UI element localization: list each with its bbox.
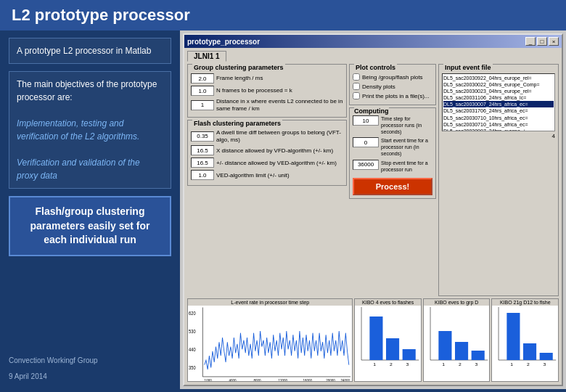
flash-param-input-0[interactable] xyxy=(191,131,214,142)
checkbox-label-2: Print the plots in a file(s)... xyxy=(362,93,429,99)
svg-rect-32 xyxy=(523,343,536,360)
checkbox-row-2: Print the plots in a file(s)... xyxy=(353,92,432,99)
svg-rect-25 xyxy=(472,351,485,360)
param-label-0: Frame length / ms xyxy=(216,75,343,82)
window-title: prototype_processor xyxy=(187,38,260,46)
input-file-label: Input event file xyxy=(443,64,493,71)
svg-text:440: 440 xyxy=(189,348,196,352)
svg-text:620: 620 xyxy=(189,311,196,315)
param-input-2[interactable] xyxy=(191,100,214,110)
param-input-1[interactable] xyxy=(191,86,214,96)
file-item-1[interactable]: DL5_sac20030022_04hrs_europe_Comp= xyxy=(443,81,554,88)
svg-text:1: 1 xyxy=(511,362,514,367)
computing-label: Computing xyxy=(354,107,389,115)
objectives-block: The main objectives of the prototype pro… xyxy=(9,71,171,189)
file-item-4[interactable]: DL5_sac20030007_24hrs_africa_ec= xyxy=(443,101,554,107)
close-button[interactable]: × xyxy=(549,37,559,46)
flash-param-row-1: X distance allowed by VFD-algorithm (+/-… xyxy=(191,145,343,155)
file-item-8[interactable]: DL5_sac20030007_24hrs_europe_+ xyxy=(443,128,554,131)
svg-text:24000: 24000 xyxy=(341,379,350,382)
param-row-0: Frame length / ms xyxy=(191,73,343,83)
svg-rect-31 xyxy=(507,313,520,360)
compute-input-0[interactable] xyxy=(353,115,379,126)
checkbox-row-0: Being /group/flash plots xyxy=(353,73,432,81)
file-item-5[interactable]: DL5_sac20031706_24hrs_africa_ec= xyxy=(443,107,554,114)
objective-item2: Verification and validation of the proxy… xyxy=(17,156,163,182)
objectives-label: The main objectives of the prototype pro… xyxy=(17,78,163,104)
file-list[interactable]: DL5_sac20030922_04hrs_europe_rel= DL5_sa… xyxy=(442,73,555,131)
file-item-0[interactable]: DL5_sac20030922_04hrs_europe_rel= xyxy=(443,75,554,81)
checkbox-2[interactable] xyxy=(353,92,360,99)
bar1-svg: 1 2 3 xyxy=(355,306,421,371)
content-area: A prototype L2 processor in Matlab The m… xyxy=(0,30,566,389)
svg-rect-33 xyxy=(540,353,553,360)
app-window: prototype_processor _ □ × JLNI1 1 xyxy=(183,33,563,386)
file-item-6[interactable]: DL5_sac20030710_10hrs_africa_ec= xyxy=(443,115,554,121)
flash-clustering-label: Flash clustering parameters xyxy=(192,120,282,127)
compute-desc-1: Start event time for a processor run (in… xyxy=(381,137,432,157)
svg-text:4000: 4000 xyxy=(229,379,237,382)
file-item-7[interactable]: DL5_sac20030710_14hrs_africa_ec= xyxy=(443,121,554,128)
flash-param-label-0: A dwell time diff between groups to belo… xyxy=(216,129,343,143)
file-item-3[interactable]: DL5_sac20031106_24hrs_africa_lc= xyxy=(443,94,554,101)
flash-param-label-1: X distance allowed by VFD-algorithm (+/-… xyxy=(216,147,343,155)
tab-row: JLNI1 1 xyxy=(187,51,559,62)
col-left: Group clustering parameters Frame length… xyxy=(187,64,347,296)
compute-desc-0: Time step for processor runs (in seconds… xyxy=(381,115,432,135)
page-title: L2 prototype processor xyxy=(12,6,190,25)
checkbox-1[interactable] xyxy=(353,83,360,90)
param-row-1: N frames to be processed = k xyxy=(191,86,343,96)
charts-row: L-event rate in processor time step 620 … xyxy=(187,298,559,382)
process-button[interactable]: Process! xyxy=(353,178,432,195)
flash-param-input-3[interactable] xyxy=(191,170,214,180)
compute-input-2[interactable] xyxy=(353,160,379,170)
flash-param-input-1[interactable] xyxy=(191,145,214,155)
compute-row-2: Stop event time for a processor run xyxy=(353,160,432,173)
intro-block: A prototype L2 processor in Matlab xyxy=(9,38,171,64)
footer-line1: Convection Workingf Group xyxy=(9,356,171,366)
bar2-title: KIBO eves to grp D xyxy=(424,299,490,306)
input-file-box: Input event file DL5_sac20030922_04hrs_e… xyxy=(438,64,559,296)
checkbox-row-1: Density plots xyxy=(353,83,432,90)
svg-text:350: 350 xyxy=(189,366,196,370)
bar1-title: KIBO 4 eves to flashes xyxy=(355,299,421,306)
svg-text:1: 1 xyxy=(442,362,445,367)
compute-row-0: Time step for processor runs (in seconds… xyxy=(353,115,432,135)
svg-text:20000: 20000 xyxy=(326,379,335,382)
param-input-0[interactable] xyxy=(191,73,214,83)
plot-controls-label: Plot controls xyxy=(354,64,397,71)
svg-text:3: 3 xyxy=(406,362,409,367)
svg-rect-23 xyxy=(438,331,451,360)
bar2-svg: 1 2 3 xyxy=(424,306,490,371)
svg-text:16000: 16000 xyxy=(303,379,312,382)
objective-item1: Implementation, testing and verification… xyxy=(17,117,163,143)
minimize-button[interactable]: _ xyxy=(525,37,536,46)
param-label-1: N frames to be processed = k xyxy=(216,87,343,94)
svg-text:12000: 12000 xyxy=(278,379,287,382)
flash-text: Flash/group clustering parameters easily… xyxy=(19,205,161,248)
svg-rect-17 xyxy=(403,349,416,360)
file-item-2[interactable]: DL5_sac20030023_04hrs_europe_rel= xyxy=(443,88,554,94)
tab-main[interactable]: JLNI1 1 xyxy=(187,51,226,62)
group-clustering-box: Group clustering parameters Frame length… xyxy=(187,64,347,118)
footer-line2: 9 April 2014 xyxy=(9,372,171,382)
svg-text:530: 530 xyxy=(189,329,196,333)
flash-param-input-2[interactable] xyxy=(191,158,214,168)
maximize-button[interactable]: □ xyxy=(537,37,547,46)
svg-text:3: 3 xyxy=(475,362,477,367)
svg-rect-16 xyxy=(386,338,399,360)
timeseries-title: L-event rate in processor time step xyxy=(188,299,352,306)
flash-param-label-3: VED-algorithm limit (+/- unit) xyxy=(216,172,343,179)
selected-index: 4 xyxy=(442,133,555,139)
compute-input-1[interactable] xyxy=(353,137,379,147)
window-body: JLNI1 1 Group clustering parameters Fram… xyxy=(184,48,562,385)
checkbox-0[interactable] xyxy=(353,73,360,81)
param-label-2: Distance in x where events L2 connected … xyxy=(216,98,343,112)
svg-text:2: 2 xyxy=(390,362,393,367)
svg-text:1: 1 xyxy=(374,362,377,367)
flash-block: Flash/group clustering parameters easily… xyxy=(9,196,171,256)
compute-desc-2: Stop event time for a processor run xyxy=(381,160,432,173)
svg-text:1000: 1000 xyxy=(205,379,212,382)
param-row-2: Distance in x where events L2 connected … xyxy=(191,98,343,112)
plot-controls-box: Plot controls Being /group/flash plots D… xyxy=(349,64,436,105)
